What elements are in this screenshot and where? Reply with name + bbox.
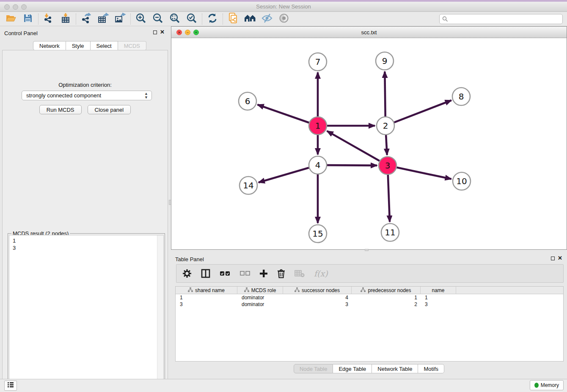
hierarchy-icon [361, 287, 366, 293]
new-network-from-selection-button[interactable] [225, 13, 242, 25]
task-history-button[interactable] [4, 381, 17, 391]
graph-node-label-3: 3 [385, 160, 391, 171]
mcds-result-textarea[interactable]: 1 3 [9, 235, 164, 392]
tab-edge-table[interactable]: Edge Table [333, 364, 372, 373]
graph-edge-2-3[interactable] [386, 135, 387, 155]
column-label: shared name [195, 287, 225, 293]
export-network-button[interactable] [78, 13, 95, 25]
network-frame-title: scc.txt [171, 29, 567, 36]
delete-table-icon-disabled [295, 270, 305, 277]
node-table: shared name MCDS role successor nodes pr… [175, 286, 564, 362]
graph-node-label-10: 10 [456, 176, 467, 186]
float-panel-icon[interactable] [153, 30, 157, 34]
network-view-frame: ✕ − + scc.txt 7968124314101511 [171, 26, 567, 250]
zoom-out-button[interactable] [149, 13, 166, 25]
open-session-button[interactable] [3, 13, 19, 25]
import-table-icon [60, 13, 71, 25]
graph-node-label-14: 14 [243, 180, 253, 190]
column-label: predecessor nodes [368, 287, 411, 293]
mcds-result-group: MCDS result (2 nodes) 1 3 [8, 233, 165, 392]
result-line: 3 [13, 244, 163, 251]
control-panel: Control Panel ✕ Network Style Select MCD… [0, 26, 171, 379]
import-table-button[interactable] [57, 13, 74, 25]
close-panel-icon[interactable]: ✕ [160, 29, 165, 35]
zoom-selected-button[interactable] [183, 13, 200, 25]
hierarchy-icon [188, 287, 193, 293]
import-network-button[interactable] [40, 13, 57, 25]
graph-node-label-4: 4 [315, 160, 321, 170]
table-settings-gear-icon[interactable] [182, 269, 192, 278]
tab-mcds[interactable]: MCDS [118, 41, 146, 50]
memory-status-icon [534, 383, 539, 388]
tab-network[interactable]: Network [33, 41, 66, 50]
column-chooser-icon[interactable] [201, 269, 210, 278]
column-header-successor-nodes[interactable]: successor nodes [283, 287, 352, 294]
export-network-icon [81, 13, 92, 25]
tab-style[interactable]: Style [66, 41, 91, 50]
horizontal-splitter-handle[interactable] [365, 249, 369, 251]
graph-node-label-1: 1 [315, 121, 321, 131]
table-toolbar: f(x) [176, 264, 564, 283]
eye-slash-icon [261, 13, 272, 25]
criterion-dropdown[interactable]: strongly connected component ▲▼ [22, 91, 152, 100]
column-header-predecessor-nodes[interactable]: predecessor nodes [352, 287, 421, 294]
tab-node-table[interactable]: Node Table [294, 364, 333, 373]
float-table-panel-icon[interactable] [551, 257, 555, 260]
hierarchy-icon [295, 287, 300, 293]
network-graph[interactable]: 7968124314101511 [171, 38, 567, 249]
select-all-columns-icon[interactable] [220, 270, 231, 277]
graph-edge-3-1[interactable] [327, 131, 380, 161]
save-session-button[interactable] [19, 13, 36, 25]
export-image-icon [114, 13, 126, 25]
graph-edge-1-6[interactable] [258, 105, 309, 122]
graph-edge-4-14[interactable] [259, 168, 309, 182]
network-frame-titlebar[interactable]: ✕ − + scc.txt [171, 27, 567, 38]
cell-mcds-role: dominator [237, 294, 283, 301]
graph-node-label-9: 9 [382, 56, 388, 66]
search-input[interactable] [439, 14, 563, 24]
add-column-icon[interactable] [259, 269, 268, 278]
graph-edge-3-11[interactable] [388, 175, 390, 222]
column-header-mcds-role[interactable]: MCDS role [237, 287, 283, 294]
hide-selected-button[interactable] [259, 13, 275, 25]
application-window: Session: New Session [0, 0, 567, 392]
close-table-panel-icon[interactable]: ✕ [558, 255, 562, 261]
zoom-selected-icon [186, 13, 197, 25]
tab-motifs[interactable]: Motifs [418, 364, 444, 373]
run-mcds-button[interactable]: Run MCDS [39, 105, 82, 114]
table-panel-title: Table Panel [175, 256, 204, 262]
first-neighbors-button[interactable] [242, 13, 259, 25]
column-label: successor nodes [302, 287, 340, 293]
window-title: Session: New Session [0, 3, 567, 10]
zoom-in-icon [135, 13, 146, 25]
table-row[interactable]: 1 dominator 4 1 1 [176, 294, 563, 301]
column-label: name [432, 287, 444, 293]
export-image-button[interactable] [112, 13, 129, 25]
graph-edge-2-8[interactable] [394, 100, 451, 122]
graph-node-label-15: 15 [312, 229, 323, 239]
tab-network-table[interactable]: Network Table [372, 364, 418, 373]
column-header-shared-name[interactable]: shared name [176, 287, 237, 294]
graph-edge-4-3[interactable] [327, 165, 377, 166]
open-folder-icon [6, 14, 17, 25]
zoom-fit-button[interactable] [166, 13, 183, 25]
delete-column-trash-icon[interactable] [277, 269, 285, 278]
result-scrollbar[interactable] [157, 235, 163, 391]
graph-edge-3-10[interactable] [397, 168, 451, 179]
close-panel-button[interactable]: Close panel [88, 105, 131, 114]
save-floppy-icon [23, 14, 33, 25]
zoom-in-button[interactable] [132, 13, 149, 25]
export-table-button[interactable] [95, 13, 112, 25]
deselect-all-columns-icon[interactable] [240, 271, 250, 276]
graph-edge-2-9[interactable] [385, 72, 385, 116]
column-header-name[interactable]: name [421, 287, 456, 294]
graph-node-label-11: 11 [385, 227, 395, 237]
show-all-button[interactable] [275, 13, 292, 25]
tab-select[interactable]: Select [91, 41, 118, 50]
cell-successor-nodes: 3 [283, 301, 352, 308]
table-row[interactable]: 3 dominator 3 2 3 [176, 301, 563, 308]
apply-preferred-layout-button[interactable] [204, 13, 221, 25]
memory-button[interactable]: Memory [530, 380, 564, 390]
network-canvas[interactable]: 7968124314101511 [171, 38, 567, 249]
hierarchy-icon [244, 287, 249, 293]
